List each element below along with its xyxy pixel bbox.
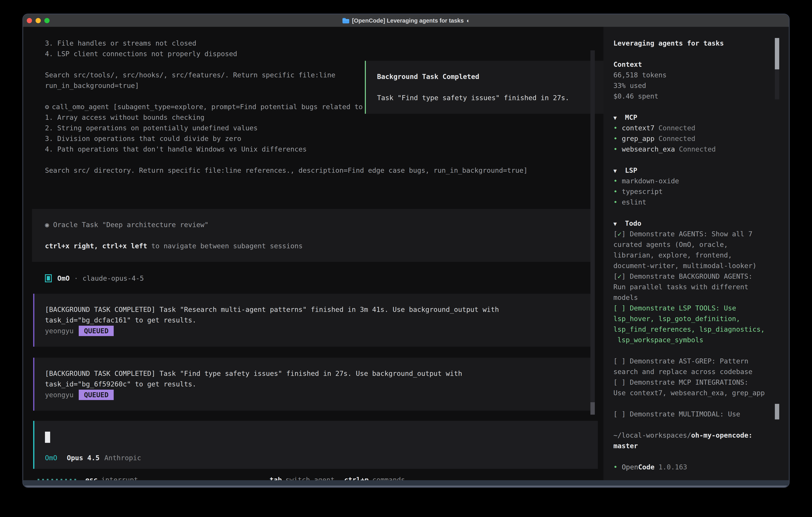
- window-bottom-edge: [23, 480, 789, 487]
- task-result-line: task_id="bg_dcfac161" to get results.: [45, 315, 590, 325]
- chevron-down-icon: ▼: [613, 113, 625, 123]
- mcp-item: •grep_appConnected: [613, 133, 775, 144]
- mcp-item: •websearch_exaConnected: [613, 144, 775, 155]
- status-dot-icon: •: [613, 144, 622, 155]
- session-title: Leveraging agents for tasks: [613, 38, 775, 49]
- context-spent: $0.46 spent: [613, 91, 775, 102]
- oracle-task-title: ◉ Oracle Task "Deep architecture review": [45, 219, 590, 230]
- todo-line: document-writer, multimodal-looker): [613, 261, 775, 271]
- todo-line-active: lsp_find_references, lsp_diagnostics,: [613, 324, 775, 335]
- mcp-item: •context7Connected: [613, 123, 775, 133]
- toast-body: Task "Find type safety issues" finished …: [377, 92, 614, 103]
- todo-line: models: [613, 292, 775, 303]
- todo-line: Run parallel tasks with different: [613, 282, 775, 292]
- input-provider: Anthropic: [104, 454, 141, 462]
- agent-model: claude-opus-4-5: [83, 274, 144, 282]
- todo-line: [ ] Demonstrate AST-GREP: Pattern: [613, 356, 775, 366]
- queued-badge: QUEUED: [79, 326, 114, 336]
- task-meta: yeongyu QUEUED: [45, 389, 590, 400]
- check-icon: ✓: [617, 230, 621, 238]
- todo-line: [✓] Demonstrate AGENTS: Show all 7: [613, 229, 775, 239]
- task-meta: yeongyu QUEUED: [45, 325, 590, 336]
- chevron-down-icon: ▼: [613, 219, 625, 229]
- mcp-section-header[interactable]: ▼MCP: [613, 112, 775, 123]
- desktop: [OpenCode] Leveraging agents for tasks ◐…: [0, 0, 812, 517]
- status-dot-icon: •: [613, 123, 622, 133]
- todo-line-active: lsp_workspace_symbols: [613, 335, 775, 345]
- workspace-path: ~/local-workspaces/oh-my-opencode:: [613, 430, 775, 441]
- todo-line-active: [ ] Demonstrate LSP TOOLS: Use: [613, 303, 775, 314]
- toast-title: Background Task Completed: [377, 71, 614, 82]
- todo-line: [✓] Demonstrate BACKGROUND AGENTS:: [613, 271, 775, 282]
- separator-dot: ·: [74, 274, 78, 282]
- terminal-window: [OpenCode] Leveraging agents for tasks ◐…: [22, 13, 790, 488]
- scrollback-line: 3. Division operations that could divide…: [45, 133, 574, 144]
- status-dot-icon: •: [613, 462, 622, 472]
- agent-name: OmO: [57, 274, 69, 282]
- prompt-input[interactable]: OmO Opus 4.5 Anthropic: [33, 421, 598, 469]
- agent-header: OmO · claude-opus-4-5: [45, 273, 144, 283]
- subagent-nav-hint: ctrl+x right, ctrl+x left to navigate be…: [45, 241, 590, 251]
- sidebar-content: Leveraging agents for tasks Context 66,5…: [613, 38, 775, 472]
- chevron-down-icon: ▼: [613, 166, 625, 176]
- traffic-lights: [23, 18, 50, 23]
- task-user: yeongyu: [45, 327, 74, 335]
- status-dot-icon: •: [613, 176, 622, 186]
- gear-icon: ⚙: [45, 103, 49, 111]
- opencode-version: •OpenCode1.0.163: [613, 462, 775, 472]
- lsp-item: •markdown-oxide: [613, 176, 775, 186]
- chat-pane: 3. File handles or streams not closed 4.…: [23, 27, 603, 480]
- chat-scrollbar-thumb[interactable]: [590, 402, 595, 415]
- scrollback-line: Search src/ directory. Return specific f…: [45, 165, 574, 176]
- todo-line: [ ] Demonstrate MCP INTEGRATIONS:: [613, 377, 775, 388]
- lsp-item: •eslint: [613, 197, 775, 208]
- task-user: yeongyu: [45, 391, 74, 399]
- todo-line-active: lsp_hover, lsp_goto_definition,: [613, 314, 775, 324]
- chat-scrollbar[interactable]: [590, 50, 595, 415]
- status-dot-icon: •: [613, 186, 622, 197]
- oracle-task-box: ◉ Oracle Task "Deep architecture review"…: [32, 209, 590, 262]
- check-icon: ✓: [617, 272, 621, 280]
- task-result-line: [BACKGROUND TASK COMPLETED] Task "Find t…: [45, 368, 590, 379]
- context-used: 33% used: [613, 80, 775, 91]
- background-task-result: [BACKGROUND TASK COMPLETED] Task "Resear…: [33, 294, 590, 347]
- sidebar-scrollbar-track[interactable]: [775, 70, 779, 99]
- agent-square-icon: [45, 274, 52, 282]
- status-dot-icon: •: [613, 197, 622, 208]
- todo-line: search and replace across codebase: [613, 366, 775, 377]
- input-model: Opus 4.5: [67, 454, 99, 462]
- titlebar: [OpenCode] Leveraging agents for tasks ◐: [23, 15, 789, 27]
- context-tokens: 66,518 tokens: [613, 70, 775, 80]
- task-result-line: task_id="bg_6f59260c" to get results.: [45, 379, 590, 389]
- close-button[interactable]: [27, 18, 32, 23]
- scrollback-line: 4. Path operations that don't handle Win…: [45, 144, 574, 155]
- lsp-item: •typescript: [613, 186, 775, 197]
- fisheye-icon: ◉: [45, 221, 49, 229]
- window-title-text: [OpenCode] Leveraging agents for tasks: [352, 18, 464, 24]
- todo-line: [ ] Demonstrate MULTIMODAL: Use: [613, 409, 775, 419]
- lsp-section-header[interactable]: ▼LSP: [613, 165, 775, 176]
- zoom-button[interactable]: [45, 18, 50, 23]
- scrollback-line: 2. String operations on potentially unde…: [45, 123, 574, 133]
- todo-line: Use context7, websearch_exa, grep_app: [613, 388, 775, 398]
- text-cursor: [45, 432, 50, 443]
- todo-section-header[interactable]: ▼Todo: [613, 218, 775, 229]
- queued-badge: QUEUED: [79, 390, 114, 400]
- background-task-result: [BACKGROUND TASK COMPLETED] Task "Find t…: [33, 358, 590, 411]
- folder-icon: [342, 18, 349, 24]
- sidebar-scrollbar-thumb[interactable]: [775, 38, 779, 70]
- window-title: [OpenCode] Leveraging agents for tasks ◐: [23, 15, 789, 27]
- todo-line: librarian, explore, frontend,: [613, 250, 775, 261]
- workspace-branch: master: [613, 441, 775, 451]
- background-task-toast: Background Task Completed Task "Find typ…: [365, 61, 615, 114]
- session-state-icon: ◐: [467, 18, 470, 24]
- minimize-button[interactable]: [35, 18, 41, 23]
- sidebar: Leveraging agents for tasks Context 66,5…: [603, 27, 789, 480]
- status-dot-icon: •: [613, 133, 622, 144]
- todo-scrollbar-thumb[interactable]: [775, 404, 779, 419]
- scrollback-line: 3. File handles or streams not closed: [45, 38, 574, 49]
- scrollback-line: 4. LSP client connections not properly d…: [45, 49, 574, 59]
- input-meta: OmO Opus 4.5 Anthropic: [45, 453, 598, 463]
- context-heading: Context: [613, 59, 775, 70]
- input-agent: OmO: [45, 454, 57, 462]
